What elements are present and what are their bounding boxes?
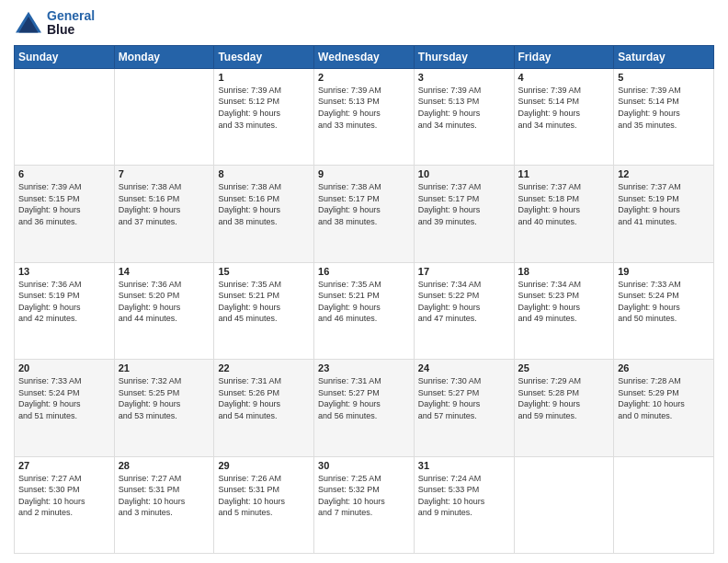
- calendar-cell: 31Sunrise: 7:24 AM Sunset: 5:33 PM Dayli…: [414, 456, 514, 553]
- calendar-cell: 7Sunrise: 7:38 AM Sunset: 5:16 PM Daylig…: [114, 166, 214, 262]
- day-number: 17: [418, 266, 510, 277]
- day-info: Sunrise: 7:37 AM Sunset: 5:19 PM Dayligh…: [618, 181, 710, 227]
- weekday-header-saturday: Saturday: [614, 45, 714, 68]
- day-number: 8: [218, 168, 310, 179]
- day-number: 25: [518, 362, 610, 373]
- day-info: Sunrise: 7:31 AM Sunset: 5:27 PM Dayligh…: [318, 375, 410, 421]
- day-number: 20: [18, 362, 110, 373]
- day-info: Sunrise: 7:37 AM Sunset: 5:17 PM Dayligh…: [418, 181, 510, 227]
- calendar-cell: 24Sunrise: 7:30 AM Sunset: 5:27 PM Dayli…: [414, 360, 514, 456]
- day-number: 23: [318, 362, 410, 373]
- day-info: Sunrise: 7:30 AM Sunset: 5:27 PM Dayligh…: [418, 375, 510, 421]
- week-row-1: 1Sunrise: 7:39 AM Sunset: 5:12 PM Daylig…: [15, 68, 714, 165]
- day-number: 6: [18, 168, 110, 179]
- day-number: 4: [518, 72, 610, 83]
- day-info: Sunrise: 7:27 AM Sunset: 5:31 PM Dayligh…: [119, 473, 210, 519]
- week-row-2: 6Sunrise: 7:39 AM Sunset: 5:15 PM Daylig…: [15, 166, 714, 262]
- week-row-5: 27Sunrise: 7:27 AM Sunset: 5:30 PM Dayli…: [15, 456, 714, 553]
- day-info: Sunrise: 7:26 AM Sunset: 5:31 PM Dayligh…: [218, 473, 310, 519]
- day-info: Sunrise: 7:39 AM Sunset: 5:12 PM Dayligh…: [218, 85, 310, 131]
- day-info: Sunrise: 7:33 AM Sunset: 5:24 PM Dayligh…: [18, 375, 110, 421]
- calendar-cell: 17Sunrise: 7:34 AM Sunset: 5:22 PM Dayli…: [414, 262, 514, 359]
- calendar-cell: 29Sunrise: 7:26 AM Sunset: 5:31 PM Dayli…: [214, 456, 314, 553]
- calendar-cell: [114, 68, 214, 165]
- day-number: 29: [218, 460, 310, 471]
- calendar-cell: 26Sunrise: 7:28 AM Sunset: 5:29 PM Dayli…: [614, 360, 714, 456]
- day-number: 15: [218, 266, 310, 277]
- calendar-cell: 4Sunrise: 7:39 AM Sunset: 5:14 PM Daylig…: [514, 68, 614, 165]
- calendar-cell: [514, 456, 614, 553]
- day-info: Sunrise: 7:32 AM Sunset: 5:25 PM Dayligh…: [119, 375, 210, 421]
- day-info: Sunrise: 7:34 AM Sunset: 5:23 PM Dayligh…: [518, 279, 610, 325]
- day-number: 13: [18, 266, 110, 277]
- day-number: 7: [119, 168, 210, 179]
- calendar-cell: 13Sunrise: 7:36 AM Sunset: 5:19 PM Dayli…: [15, 262, 115, 359]
- day-number: 27: [18, 460, 110, 471]
- day-number: 18: [518, 266, 610, 277]
- weekday-header-sunday: Sunday: [15, 45, 115, 68]
- calendar-table: SundayMondayTuesdayWednesdayThursdayFrid…: [14, 45, 714, 554]
- calendar-cell: 8Sunrise: 7:38 AM Sunset: 5:16 PM Daylig…: [214, 166, 314, 262]
- day-info: Sunrise: 7:35 AM Sunset: 5:21 PM Dayligh…: [218, 279, 310, 325]
- calendar-cell: 10Sunrise: 7:37 AM Sunset: 5:17 PM Dayli…: [414, 166, 514, 262]
- day-number: 19: [618, 266, 710, 277]
- day-number: 22: [218, 362, 310, 373]
- calendar-cell: 6Sunrise: 7:39 AM Sunset: 5:15 PM Daylig…: [15, 166, 115, 262]
- day-info: Sunrise: 7:25 AM Sunset: 5:32 PM Dayligh…: [318, 473, 410, 519]
- calendar-cell: 15Sunrise: 7:35 AM Sunset: 5:21 PM Dayli…: [214, 262, 314, 359]
- logo-icon: [14, 10, 43, 36]
- day-info: Sunrise: 7:39 AM Sunset: 5:13 PM Dayligh…: [418, 85, 510, 131]
- weekday-header-wednesday: Wednesday: [314, 45, 415, 68]
- day-number: 30: [318, 460, 410, 471]
- calendar-cell: 18Sunrise: 7:34 AM Sunset: 5:23 PM Dayli…: [514, 262, 614, 359]
- calendar-cell: 21Sunrise: 7:32 AM Sunset: 5:25 PM Dayli…: [114, 360, 214, 456]
- calendar-cell: [614, 456, 714, 553]
- day-number: 28: [119, 460, 210, 471]
- page: General Blue SundayMondayTuesdayWednesda…: [0, 0, 728, 563]
- day-info: Sunrise: 7:24 AM Sunset: 5:33 PM Dayligh…: [418, 473, 510, 519]
- calendar-cell: 16Sunrise: 7:35 AM Sunset: 5:21 PM Dayli…: [314, 262, 415, 359]
- calendar-cell: 19Sunrise: 7:33 AM Sunset: 5:24 PM Dayli…: [614, 262, 714, 359]
- weekday-header-tuesday: Tuesday: [214, 45, 314, 68]
- weekday-header-friday: Friday: [514, 45, 614, 68]
- weekday-header-row: SundayMondayTuesdayWednesdayThursdayFrid…: [15, 45, 714, 68]
- week-row-4: 20Sunrise: 7:33 AM Sunset: 5:24 PM Dayli…: [15, 360, 714, 456]
- day-info: Sunrise: 7:33 AM Sunset: 5:24 PM Dayligh…: [618, 279, 710, 325]
- calendar-cell: 30Sunrise: 7:25 AM Sunset: 5:32 PM Dayli…: [314, 456, 415, 553]
- day-info: Sunrise: 7:38 AM Sunset: 5:16 PM Dayligh…: [119, 181, 210, 227]
- calendar-header: SundayMondayTuesdayWednesdayThursdayFrid…: [15, 45, 714, 68]
- day-info: Sunrise: 7:28 AM Sunset: 5:29 PM Dayligh…: [618, 375, 710, 421]
- calendar-cell: 2Sunrise: 7:39 AM Sunset: 5:13 PM Daylig…: [314, 68, 415, 165]
- calendar-body: 1Sunrise: 7:39 AM Sunset: 5:12 PM Daylig…: [15, 68, 714, 553]
- day-number: 26: [618, 362, 710, 373]
- day-info: Sunrise: 7:39 AM Sunset: 5:14 PM Dayligh…: [618, 85, 710, 131]
- day-number: 12: [618, 168, 710, 179]
- day-number: 5: [618, 72, 710, 83]
- calendar-cell: 9Sunrise: 7:38 AM Sunset: 5:17 PM Daylig…: [314, 166, 415, 262]
- header: General Blue: [14, 9, 714, 38]
- day-info: Sunrise: 7:38 AM Sunset: 5:17 PM Dayligh…: [318, 181, 410, 227]
- day-info: Sunrise: 7:35 AM Sunset: 5:21 PM Dayligh…: [318, 279, 410, 325]
- day-number: 10: [418, 168, 510, 179]
- calendar-cell: 3Sunrise: 7:39 AM Sunset: 5:13 PM Daylig…: [414, 68, 514, 165]
- day-number: 21: [119, 362, 210, 373]
- day-number: 1: [218, 72, 310, 83]
- weekday-header-monday: Monday: [114, 45, 214, 68]
- week-row-3: 13Sunrise: 7:36 AM Sunset: 5:19 PM Dayli…: [15, 262, 714, 359]
- day-number: 11: [518, 168, 610, 179]
- day-number: 14: [119, 266, 210, 277]
- day-info: Sunrise: 7:36 AM Sunset: 5:20 PM Dayligh…: [119, 279, 210, 325]
- day-info: Sunrise: 7:31 AM Sunset: 5:26 PM Dayligh…: [218, 375, 310, 421]
- day-info: Sunrise: 7:34 AM Sunset: 5:22 PM Dayligh…: [418, 279, 510, 325]
- day-number: 31: [418, 460, 510, 471]
- weekday-header-thursday: Thursday: [414, 45, 514, 68]
- day-number: 16: [318, 266, 410, 277]
- day-info: Sunrise: 7:29 AM Sunset: 5:28 PM Dayligh…: [518, 375, 610, 421]
- logo: General Blue: [14, 9, 95, 38]
- calendar-cell: 23Sunrise: 7:31 AM Sunset: 5:27 PM Dayli…: [314, 360, 415, 456]
- day-number: 24: [418, 362, 510, 373]
- calendar-cell: 20Sunrise: 7:33 AM Sunset: 5:24 PM Dayli…: [15, 360, 115, 456]
- logo-text: General Blue: [47, 9, 95, 38]
- day-info: Sunrise: 7:38 AM Sunset: 5:16 PM Dayligh…: [218, 181, 310, 227]
- day-info: Sunrise: 7:27 AM Sunset: 5:30 PM Dayligh…: [18, 473, 110, 519]
